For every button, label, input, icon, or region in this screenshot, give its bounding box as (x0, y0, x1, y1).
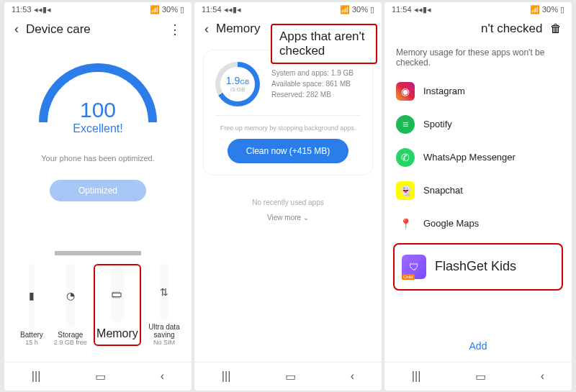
description: Memory usage for these apps won't be che… (384, 40, 572, 75)
tile-battery-sub: 15 h (25, 339, 38, 346)
tile-ultra-data[interactable]: ⇅ (160, 264, 168, 320)
spotify-icon: ≡ (396, 115, 415, 134)
app-row-google-maps[interactable]: 📍 Google Maps (384, 207, 572, 240)
score-value: 100 (80, 98, 116, 122)
app-row-instagram[interactable]: ◉ Instagram (384, 75, 572, 108)
tile-battery[interactable]: ▮ (29, 264, 35, 328)
app-row-flashget-kids[interactable]: 🛡Child FlashGet Kids (393, 243, 563, 291)
clock: 11:54 (392, 5, 412, 14)
recents-icon[interactable]: ||| (32, 370, 40, 383)
tile-memory-label: Memory (96, 327, 138, 340)
battery-text: 30% (162, 5, 178, 14)
screen-memory: 11:54◂◂▮◂ 📶30%▯ ‹ Memory Apps that aren'… (194, 2, 382, 391)
status-bar: 11:54◂◂▮◂ 📶30%▯ (194, 2, 382, 17)
divider (215, 115, 361, 116)
home-icon[interactable]: ▭ (95, 370, 106, 383)
app-label: Google Maps (423, 218, 479, 229)
app-label: Instagram (423, 86, 465, 96)
instagram-icon: ◉ (396, 82, 415, 101)
signal-icon: 📶 (150, 5, 160, 14)
battery-text: 30% (352, 5, 368, 14)
app-row-whatsapp[interactable]: ✆ WhatsApp Messenger (384, 141, 572, 174)
notify-icon: ◂◂▮◂ (414, 5, 431, 14)
view-more-button[interactable]: View more ⌄ (194, 214, 382, 222)
back-icon[interactable]: ‹ (14, 22, 19, 37)
clock: 11:54 (202, 5, 222, 14)
app-label: WhatsApp Messenger (423, 152, 516, 163)
more-icon[interactable]: ⋮ (168, 22, 181, 37)
battery-icon: ▯ (370, 5, 374, 14)
tile-battery-label: Battery (20, 331, 43, 339)
tile-memory-highlight: Memory (94, 264, 141, 346)
tile-storage[interactable]: ◔ (66, 264, 75, 328)
nav-bar: ||| ▭ ‹ (4, 362, 192, 391)
tile-storage-label: Storage (58, 331, 83, 339)
flashget-kids-icon: 🛡Child (402, 255, 426, 279)
header: ‹ Device care ⋮ (4, 17, 192, 42)
callout-apps-not-checked: Apps that aren't checked (271, 24, 377, 64)
recents-icon[interactable]: ||| (412, 370, 420, 383)
page-title: n't checked (481, 22, 542, 36)
header: n't checked 🗑 (384, 17, 572, 40)
clean-now-button[interactable]: Clean now (+415 MB) (228, 139, 348, 163)
recents-icon[interactable]: ||| (222, 370, 230, 383)
stat-reserved: Reserved: 282 MB (271, 89, 354, 100)
memory-stats: System and apps: 1.9 GB Available space:… (271, 68, 354, 100)
battery-icon: ▯ (560, 5, 564, 14)
care-tiles: ▮ Battery 15 h ◔ Storage 2.9 GB free Mem… (4, 255, 192, 355)
app-label: FlashGet Kids (435, 259, 516, 274)
nav-back-icon[interactable]: ‹ (541, 370, 544, 383)
memory-used: 1.9GB (226, 75, 249, 86)
memory-total: /3 GB (230, 86, 245, 93)
page-title: Device care (26, 22, 91, 37)
no-recent-text: No recently used apps (194, 199, 382, 206)
tile-ultra-label: Ultra data saving (147, 323, 181, 339)
google-maps-icon: 📍 (396, 214, 415, 233)
score-label: Excellent! (4, 122, 192, 135)
nav-bar: ||| ▭ ‹ (384, 362, 572, 391)
nav-back-icon[interactable]: ‹ (161, 370, 164, 383)
page-title: Memory (216, 22, 260, 36)
memory-hint: Free up memory by stopping background ap… (215, 124, 361, 132)
snapchat-icon: 👻 (396, 181, 415, 200)
back-icon[interactable]: ‹ (204, 22, 209, 37)
svg-rect-0 (112, 293, 121, 296)
add-button[interactable]: Add (384, 330, 572, 362)
whatsapp-icon: ✆ (396, 148, 415, 167)
nav-bar: ||| ▭ ‹ (194, 362, 382, 391)
trash-icon[interactable]: 🗑 (550, 22, 562, 35)
status-bar: 11:54◂◂▮◂ 📶30%▯ (384, 2, 572, 17)
optimize-button[interactable]: Optimized (50, 180, 146, 201)
clock: 11:53 (12, 5, 32, 14)
notify-icon: ◂◂▮◂ (34, 5, 51, 14)
notify-icon: ◂◂▮◂ (224, 5, 241, 14)
battery-text: 30% (542, 5, 558, 14)
tile-ultra-sub: No SIM (153, 339, 175, 346)
optimization-gauge: 100 Excellent! (4, 63, 192, 135)
optimization-status: Your phone has been optimized. (4, 154, 192, 163)
memory-card: 1.9GB /3 GB System and apps: 1.9 GB Avai… (203, 50, 373, 176)
tile-memory[interactable] (111, 265, 124, 323)
storage-icon: ◔ (66, 290, 75, 301)
signal-icon: 📶 (340, 5, 350, 14)
screen-device-care: 11:53◂◂▮◂ 📶30%▯ ‹ Device care ⋮ 100 Exce… (4, 2, 192, 391)
home-icon[interactable]: ▭ (475, 370, 486, 383)
memory-icon (111, 289, 124, 299)
app-label: Spotify (423, 119, 452, 129)
app-row-spotify[interactable]: ≡ Spotify (384, 108, 572, 141)
signal-icon: 📶 (530, 5, 540, 14)
battery-icon: ▮ (29, 290, 35, 301)
stat-system: System and apps: 1.9 GB (271, 68, 354, 78)
app-label: Snapchat (423, 185, 463, 196)
status-bar: 11:53◂◂▮◂ 📶30%▯ (4, 2, 192, 17)
battery-icon: ▯ (180, 5, 184, 14)
ultra-data-icon: ⇅ (160, 286, 168, 298)
app-row-snapchat[interactable]: 👻 Snapchat (384, 174, 572, 207)
nav-back-icon[interactable]: ‹ (351, 370, 354, 383)
child-badge: Child (402, 274, 415, 280)
stat-available: Available space: 861 MB (271, 78, 354, 89)
home-icon[interactable]: ▭ (285, 370, 296, 383)
tile-storage-sub: 2.9 GB free (54, 339, 87, 346)
screen-apps-not-checked: 11:54◂◂▮◂ 📶30%▯ n't checked 🗑 Memory usa… (384, 2, 572, 391)
memory-ring: 1.9GB /3 GB (215, 62, 260, 106)
